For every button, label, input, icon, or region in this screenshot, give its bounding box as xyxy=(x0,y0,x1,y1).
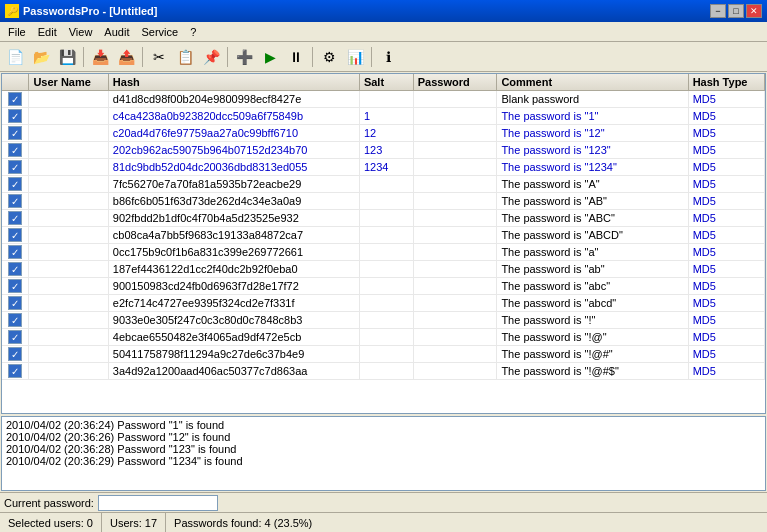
toolbar-stats[interactable]: 📊 xyxy=(343,45,367,69)
toolbar-save[interactable]: 💾 xyxy=(55,45,79,69)
row-password xyxy=(413,210,497,227)
current-password-input[interactable] xyxy=(98,495,218,511)
menu-file[interactable]: File xyxy=(2,24,32,40)
table-row[interactable]: ✓3a4d92a1200aad406ac50377c7d863aaThe pas… xyxy=(2,363,765,380)
table-row[interactable]: ✓0cc175b9c0f1b6a831c399e269772661The pas… xyxy=(2,244,765,261)
row-checkbox[interactable]: ✓ xyxy=(2,193,29,210)
toolbar-cut[interactable]: ✂ xyxy=(147,45,171,69)
toolbar-pause[interactable]: ⏸ xyxy=(284,45,308,69)
toolbar-import[interactable]: 📥 xyxy=(88,45,112,69)
row-salt xyxy=(359,193,413,210)
row-hash: b86fc6b051f63d73de262d4c34e3a0a9 xyxy=(108,193,359,210)
row-comment: The password is "ab" xyxy=(497,261,688,278)
close-button[interactable]: ✕ xyxy=(746,4,762,18)
row-checkbox[interactable]: ✓ xyxy=(2,125,29,142)
checkbox-icon: ✓ xyxy=(8,279,22,293)
toolbar-sep-5 xyxy=(371,47,372,67)
passwords-found-text: Passwords found: 4 (23.5%) xyxy=(174,517,312,529)
table-row[interactable]: ✓cb08ca4a7bb5f9683c19133a84872ca7The pas… xyxy=(2,227,765,244)
row-checkbox[interactable]: ✓ xyxy=(2,363,29,380)
row-checkbox[interactable]: ✓ xyxy=(2,176,29,193)
row-username xyxy=(29,329,108,346)
window-title: PasswordsPro - [Untitled] xyxy=(23,5,157,17)
toolbar-copy[interactable]: 📋 xyxy=(173,45,197,69)
toolbar-settings[interactable]: ⚙ xyxy=(317,45,341,69)
minimize-button[interactable]: − xyxy=(710,4,726,18)
row-checkbox[interactable]: ✓ xyxy=(2,108,29,125)
row-hash: 900150983cd24fb0d6963f7d28e17f72 xyxy=(108,278,359,295)
toolbar-paste[interactable]: 📌 xyxy=(199,45,223,69)
row-comment: The password is "abc" xyxy=(497,278,688,295)
row-checkbox[interactable]: ✓ xyxy=(2,227,29,244)
title-controls[interactable]: − □ ✕ xyxy=(710,4,762,18)
table-row[interactable]: ✓9033e0e305f247c0c3c80d0c7848c8b3The pas… xyxy=(2,312,765,329)
table-row[interactable]: ✓7fc56270e7a70fa81a5935b72eacbe29The pas… xyxy=(2,176,765,193)
row-checkbox[interactable]: ✓ xyxy=(2,244,29,261)
table-body: ✓d41d8cd98f00b204e9800998ecf8427eBlank p… xyxy=(2,91,765,380)
row-hash: 50411758798f11294a9c27de6c37b4e9 xyxy=(108,346,359,363)
table-row[interactable]: ✓187ef4436122d1cc2f40dc2b92f0eba0The pas… xyxy=(2,261,765,278)
checkbox-icon: ✓ xyxy=(8,92,22,106)
maximize-button[interactable]: □ xyxy=(728,4,744,18)
row-username xyxy=(29,278,108,295)
row-comment: The password is "1" xyxy=(497,108,688,125)
row-checkbox[interactable]: ✓ xyxy=(2,91,29,108)
table-row[interactable]: ✓900150983cd24fb0d6963f7d28e17f72The pas… xyxy=(2,278,765,295)
table-header: User Name Hash Salt Password Comment Has… xyxy=(2,74,765,91)
row-password xyxy=(413,346,497,363)
menu-edit[interactable]: Edit xyxy=(32,24,63,40)
toolbar-info[interactable]: ℹ xyxy=(376,45,400,69)
table-row[interactable]: ✓c20ad4d76fe97759aa27a0c99bff671012The p… xyxy=(2,125,765,142)
table-row[interactable]: ✓c4ca4238a0b923820dcc509a6f75849b1The pa… xyxy=(2,108,765,125)
table-row[interactable]: ✓50411758798f11294a9c27de6c37b4e9The pas… xyxy=(2,346,765,363)
table-row[interactable]: ✓e2fc714c4727ee9395f324cd2e7f331fThe pas… xyxy=(2,295,765,312)
menu-audit[interactable]: Audit xyxy=(98,24,135,40)
row-hash: cb08ca4a7bb5f9683c19133a84872ca7 xyxy=(108,227,359,244)
row-checkbox[interactable]: ✓ xyxy=(2,210,29,227)
toolbar-sep-3 xyxy=(227,47,228,67)
row-password xyxy=(413,244,497,261)
row-hash: 187ef4436122d1cc2f40dc2b92f0eba0 xyxy=(108,261,359,278)
table-row[interactable]: ✓d41d8cd98f00b204e9800998ecf8427eBlank p… xyxy=(2,91,765,108)
row-checkbox[interactable]: ✓ xyxy=(2,142,29,159)
row-checkbox[interactable]: ✓ xyxy=(2,346,29,363)
data-table: User Name Hash Salt Password Comment Has… xyxy=(2,74,765,380)
row-hashtype: MD5 xyxy=(688,176,764,193)
log-line: 2010/04/02 (20:36:26) Password "12" is f… xyxy=(6,431,761,443)
toolbar-run[interactable]: ▶ xyxy=(258,45,282,69)
toolbar-export[interactable]: 📤 xyxy=(114,45,138,69)
table-row[interactable]: ✓4ebcae6550482e3f4065ad9df472e5cbThe pas… xyxy=(2,329,765,346)
row-username xyxy=(29,227,108,244)
log-line: 2010/04/02 (20:36:24) Password "1" is fo… xyxy=(6,419,761,431)
checkbox-icon: ✓ xyxy=(8,177,22,191)
toolbar-open[interactable]: 📂 xyxy=(29,45,53,69)
row-username xyxy=(29,193,108,210)
menu-help[interactable]: ? xyxy=(184,24,202,40)
row-checkbox[interactable]: ✓ xyxy=(2,159,29,176)
row-checkbox[interactable]: ✓ xyxy=(2,312,29,329)
row-checkbox[interactable]: ✓ xyxy=(2,329,29,346)
row-hashtype: MD5 xyxy=(688,193,764,210)
table-row[interactable]: ✓902fbdd2b1df0c4f70b4a5d23525e932The pas… xyxy=(2,210,765,227)
row-username xyxy=(29,244,108,261)
row-hashtype: MD5 xyxy=(688,244,764,261)
current-password-label: Current password: xyxy=(4,497,94,509)
table-row[interactable]: ✓202cb962ac59075b964b07152d234b70123The … xyxy=(2,142,765,159)
table-container[interactable]: User Name Hash Salt Password Comment Has… xyxy=(1,73,766,414)
table-row[interactable]: ✓b86fc6b051f63d73de262d4c34e3a0a9The pas… xyxy=(2,193,765,210)
row-checkbox[interactable]: ✓ xyxy=(2,261,29,278)
row-hashtype: MD5 xyxy=(688,91,764,108)
row-hashtype: MD5 xyxy=(688,159,764,176)
table-row[interactable]: ✓81dc9bdb52d04dc20036dbd8313ed0551234The… xyxy=(2,159,765,176)
checkbox-icon: ✓ xyxy=(8,126,22,140)
users-status: Users: 17 xyxy=(102,513,166,532)
toolbar-new[interactable]: 📄 xyxy=(3,45,27,69)
menu-service[interactable]: Service xyxy=(135,24,184,40)
row-checkbox[interactable]: ✓ xyxy=(2,278,29,295)
row-comment: The password is "A" xyxy=(497,176,688,193)
toolbar-add[interactable]: ➕ xyxy=(232,45,256,69)
row-username xyxy=(29,108,108,125)
row-checkbox[interactable]: ✓ xyxy=(2,295,29,312)
menu-view[interactable]: View xyxy=(63,24,99,40)
toolbar-sep-4 xyxy=(312,47,313,67)
